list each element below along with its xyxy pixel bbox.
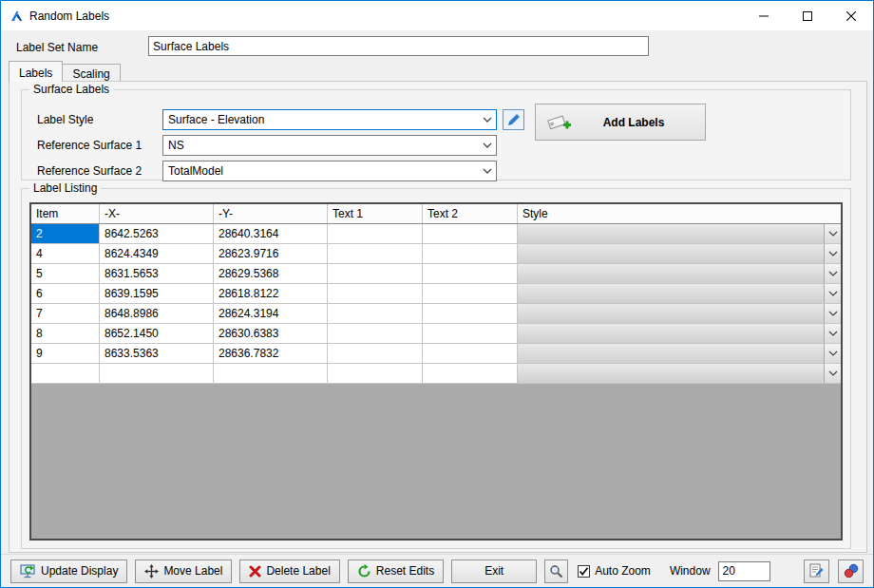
reference-surface-2-combobox[interactable]: TotalModel [162, 161, 497, 181]
chevron-down-icon[interactable] [824, 284, 841, 303]
reference-surface-1-combobox[interactable]: NS [162, 135, 497, 156]
cell-y[interactable]: 28636.7832 [214, 344, 328, 363]
cell-item[interactable]: 6 [31, 284, 100, 303]
cell-text2[interactable] [423, 244, 518, 263]
chevron-down-icon[interactable] [479, 110, 496, 129]
document-edit-button[interactable] [804, 560, 829, 583]
cell-text2[interactable] [423, 364, 518, 383]
cell-text2[interactable] [423, 344, 518, 363]
cell-y[interactable]: 28624.3194 [214, 304, 328, 323]
zoom-button[interactable] [544, 560, 568, 583]
chevron-down-icon[interactable] [824, 224, 841, 243]
cell-y[interactable] [214, 364, 328, 383]
cell-y[interactable]: 28640.3164 [214, 224, 328, 243]
exit-button[interactable]: Exit [451, 560, 537, 583]
tab-labels[interactable]: Labels [9, 61, 63, 82]
tab-strip: Labels Scaling [9, 61, 120, 82]
cell-y[interactable]: 28630.6383 [214, 324, 328, 343]
app-icon [9, 9, 24, 24]
cell-item[interactable]: 5 [31, 264, 100, 283]
table-row: 48624.434928623.9716 [31, 244, 841, 264]
magnifier-icon [549, 564, 563, 579]
move-arrows-icon [144, 564, 159, 579]
style-dropdown[interactable] [518, 264, 841, 283]
chevron-down-icon[interactable] [824, 264, 841, 283]
chevron-down-icon[interactable] [824, 304, 841, 323]
window-size-input[interactable] [718, 561, 770, 581]
column-header[interactable]: Text 2 [423, 204, 518, 223]
edit-style-button[interactable] [503, 109, 524, 130]
column-header[interactable]: -X- [100, 204, 214, 223]
chevron-down-icon[interactable] [479, 161, 496, 180]
style-dropdown[interactable] [518, 244, 841, 263]
move-label-label: Move Label [163, 564, 222, 578]
cell-text1[interactable] [328, 304, 423, 323]
colored-spheres-button[interactable] [838, 560, 864, 583]
window-size-label: Window [670, 564, 711, 578]
cell-item[interactable]: 9 [31, 344, 100, 363]
cell-text1[interactable] [328, 364, 423, 383]
cell-x[interactable]: 8624.4349 [100, 244, 214, 263]
column-header[interactable]: Item [31, 204, 100, 223]
cell-y[interactable]: 28629.5368 [214, 264, 328, 283]
document-edit-icon [809, 563, 824, 579]
cell-item[interactable]: 4 [31, 244, 100, 263]
close-icon [846, 11, 856, 21]
cell-text2[interactable] [423, 324, 518, 343]
auto-zoom-checkbox[interactable]: Auto Zoom [578, 564, 651, 578]
delete-label-button[interactable]: Delete Label [239, 560, 339, 583]
cell-text1[interactable] [328, 344, 423, 363]
cell-text2[interactable] [423, 284, 518, 303]
cell-item[interactable]: 8 [31, 324, 100, 343]
minimize-button[interactable] [742, 1, 786, 30]
cell-y[interactable]: 28618.8122 [214, 284, 328, 303]
style-dropdown[interactable] [518, 344, 841, 363]
column-header[interactable]: Text 1 [328, 204, 423, 223]
cell-text2[interactable] [423, 224, 518, 243]
tab-scaling[interactable]: Scaling [62, 64, 120, 82]
cell-x[interactable]: 8648.8986 [100, 304, 214, 323]
label-set-name-input[interactable] [148, 36, 649, 56]
move-label-button[interactable]: Move Label [135, 560, 232, 583]
cell-y[interactable]: 28623.9716 [214, 244, 328, 263]
add-labels-button[interactable]: Add Labels [535, 104, 706, 141]
column-header[interactable]: Style [518, 204, 841, 223]
chevron-down-icon[interactable] [824, 244, 841, 263]
column-header[interactable]: -Y- [214, 204, 328, 223]
table-row: 88652.145028630.6383 [31, 324, 841, 344]
cell-text1[interactable] [328, 324, 423, 343]
label-style-combobox[interactable]: Surface - Elevation [162, 109, 497, 130]
checkbox-checked-icon[interactable] [578, 565, 590, 578]
cell-x[interactable]: 8639.1595 [100, 284, 214, 303]
table-row: 98633.536328636.7832 [31, 344, 841, 364]
chevron-down-icon[interactable] [824, 324, 841, 343]
cell-x[interactable]: 8631.5653 [100, 264, 214, 283]
reference-surface-2-value: TotalModel [168, 164, 223, 178]
style-dropdown[interactable] [518, 324, 841, 343]
style-dropdown[interactable] [518, 224, 841, 243]
reset-edits-button[interactable]: Reset Edits [348, 560, 444, 583]
cell-item[interactable]: 7 [31, 304, 100, 323]
cell-x[interactable] [100, 364, 214, 383]
style-dropdown[interactable] [518, 304, 841, 323]
cell-text2[interactable] [423, 264, 518, 283]
chevron-down-icon[interactable] [479, 136, 496, 155]
cell-item[interactable] [31, 364, 100, 383]
cell-item[interactable]: 2 [31, 224, 100, 243]
update-display-button[interactable]: Update Display [10, 560, 127, 583]
cell-text1[interactable] [328, 284, 423, 303]
style-dropdown[interactable] [518, 284, 841, 303]
chevron-down-icon[interactable] [824, 344, 841, 363]
label-plus-icon [545, 111, 572, 134]
cell-text1[interactable] [328, 244, 423, 263]
close-button[interactable] [829, 1, 873, 30]
cell-x[interactable]: 8652.1450 [100, 324, 214, 343]
cell-text1[interactable] [328, 264, 423, 283]
cell-text1[interactable] [328, 224, 423, 243]
cell-text2[interactable] [423, 304, 518, 323]
cell-x[interactable]: 8642.5263 [100, 224, 214, 243]
cell-x[interactable]: 8633.5363 [100, 344, 214, 363]
chevron-down-icon[interactable] [824, 364, 841, 383]
style-dropdown[interactable] [518, 364, 841, 383]
maximize-button[interactable] [786, 1, 829, 30]
